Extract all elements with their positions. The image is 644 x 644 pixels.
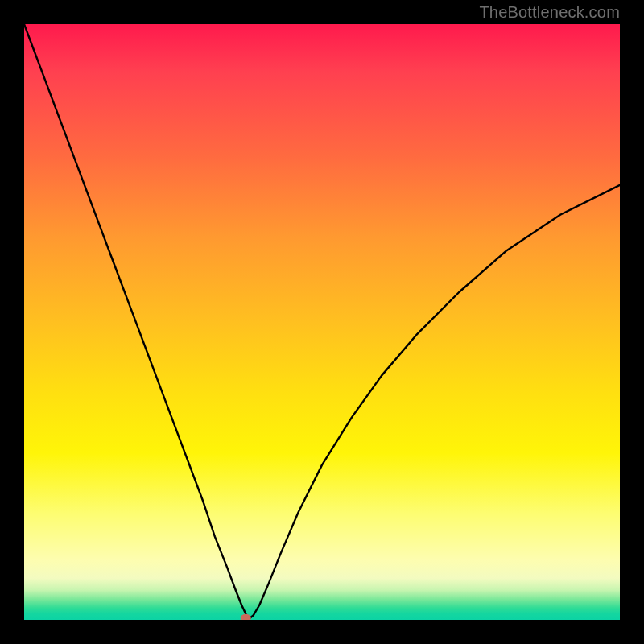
watermark-text: TheBottleneck.com — [479, 3, 620, 22]
optimum-marker — [241, 614, 251, 620]
plot-area — [24, 24, 620, 620]
chart-frame: TheBottleneck.com — [0, 0, 644, 644]
curve-layer — [24, 24, 620, 620]
bottleneck-curve — [24, 24, 620, 619]
